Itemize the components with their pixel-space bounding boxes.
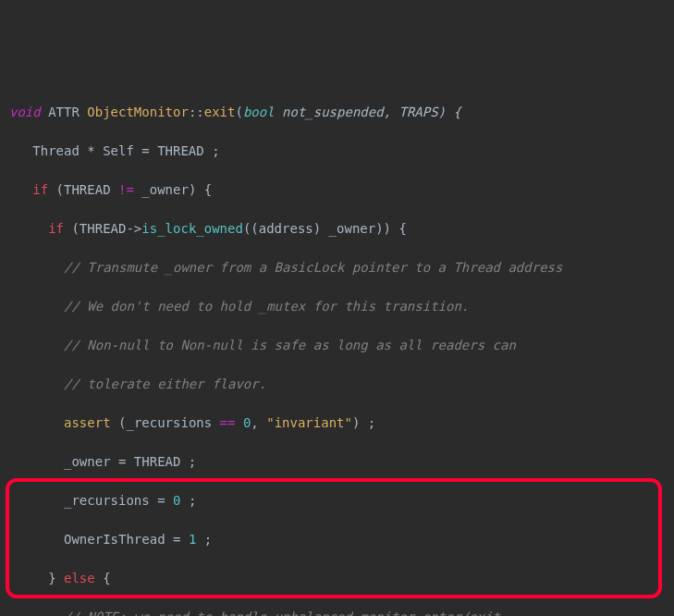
code-line: _owner = THREAD ; [9,452,674,472]
code-line: } else { [9,569,674,588]
code-line: void ATTR ObjectMonitor::exit(bool not_s… [9,103,674,122]
code-line: // Non-null to Non-null is safe as long … [9,336,674,355]
code-line: assert (_recursions == 0, "invariant") ; [9,413,674,433]
code-line: // Transmute _owner from a BasicLock poi… [9,258,674,277]
code-line: // We don't need to hold _mutex for this… [9,297,674,316]
code-line: if (THREAD->is_lock_owned((address) _own… [9,219,674,239]
code-line: if (THREAD != _owner) { [9,180,674,200]
code-line: _recursions = 0 ; [9,491,674,511]
code-line: // NOTE: we need to handle unbalanced mo… [9,608,674,616]
code-line: // tolerate either flavor. [9,375,674,394]
code-line: OwnerIsThread = 1 ; [9,530,674,549]
code-editor[interactable]: void ATTR ObjectMonitor::exit(bool not_s… [9,83,674,616]
code-line: Thread * Self = THREAD ; [9,142,674,161]
